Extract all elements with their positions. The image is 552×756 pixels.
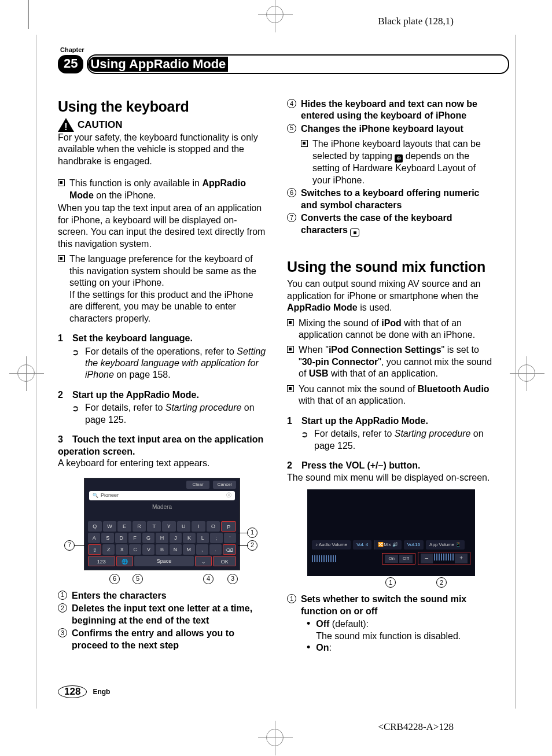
soundmix-screenshot: ♪ Audio Volume Vol. 4 🔀Mix 🔊 Vol.16 App … bbox=[307, 489, 475, 576]
page-footer: 128 Engb bbox=[58, 685, 110, 698]
legend-3: Confirms the entry and allows you to pro… bbox=[72, 628, 266, 651]
section-title: Using AppRadio Mode bbox=[88, 57, 228, 72]
mix-callout-2: 2 bbox=[436, 577, 447, 588]
legend-num-2: 2 bbox=[58, 603, 67, 613]
end-mark-icon bbox=[350, 228, 359, 237]
chapter-number: 25 bbox=[58, 55, 83, 73]
keyboard-screenshot: Clear Cancel Pioneerⓧ Madera QWERTYUIOP … bbox=[78, 478, 246, 570]
audio-slider bbox=[312, 555, 337, 562]
mix-off-option: Off (default):The sound mix function is … bbox=[307, 618, 495, 642]
legend-7: Converts the case of the keyboard charac… bbox=[301, 212, 495, 237]
note-language: The language preference for the keyboard… bbox=[69, 253, 266, 324]
kb-cancel-button: Cancel bbox=[213, 481, 236, 489]
soundmix-heading: Using the sound mix function bbox=[287, 257, 495, 276]
ref-arrow-icon: ➲ bbox=[72, 346, 79, 381]
legend-num-1: 1 bbox=[58, 591, 67, 600]
page-number: 128 bbox=[58, 685, 87, 698]
section-title-pill: Using AppRadio Mode bbox=[87, 54, 509, 74]
legend-6: Switches to a keyboard offering numeric … bbox=[301, 187, 495, 211]
kb-row-2: ASDFGHJKL;' bbox=[88, 533, 236, 543]
globe-icon: ⊕ bbox=[395, 154, 403, 163]
soundmix-paragraph: You can output sound mixing AV source an… bbox=[287, 278, 495, 314]
legend-num-3: 3 bbox=[58, 628, 67, 637]
mix-step-1-ref: For details, refer to Starting procedure… bbox=[314, 428, 495, 452]
callout-2: 2 bbox=[247, 540, 257, 551]
note-bullet-icon bbox=[301, 140, 308, 147]
app-volume-label: App Volume 📱 bbox=[426, 540, 465, 550]
mix-step-1-title: Start up the AppRadio Mode. bbox=[301, 416, 428, 426]
app-volume-control: –+ bbox=[418, 552, 470, 565]
step-2-title: Start up the AppRadio Mode. bbox=[72, 390, 199, 400]
step-3-num: 3 bbox=[58, 434, 63, 444]
mix-label: 🔀Mix 🔊 bbox=[374, 540, 402, 550]
ref-arrow-icon: ➲ bbox=[72, 403, 79, 426]
mix-callout-1: 1 bbox=[385, 577, 396, 588]
legend-5: Changes the iPhone keyboard layout bbox=[301, 123, 495, 135]
step-1-title: Set the keyboard language. bbox=[72, 333, 193, 343]
legend-5-note: The iPhone keyboard layouts that can be … bbox=[312, 138, 495, 186]
step-3-title: Touch the text input area on the applica… bbox=[58, 434, 263, 456]
kb-row-3: ⇧ZXCVBNM,.⌫ bbox=[88, 544, 236, 555]
lang-code: Engb bbox=[93, 688, 110, 696]
ref-arrow-icon: ➲ bbox=[301, 429, 308, 452]
caution-icon: ! bbox=[58, 118, 74, 132]
caution-paragraph: For your safety, the keyboard functional… bbox=[58, 132, 266, 167]
note-ipod-mix: Mixing the sound of iPod with that of an… bbox=[299, 318, 495, 341]
document-code: <CRB4228-A>128 bbox=[378, 721, 454, 733]
callout-3: 3 bbox=[227, 574, 238, 584]
callout-1: 1 bbox=[247, 528, 257, 538]
callout-4: 4 bbox=[203, 574, 214, 584]
legend-1: Enters the characters bbox=[72, 590, 266, 602]
legend-num-6: 6 bbox=[287, 188, 296, 197]
black-plate: Black plate (128,1) bbox=[378, 16, 454, 27]
kb-clear-button: Clear bbox=[186, 481, 209, 489]
kb-search-field: Pioneerⓧ bbox=[89, 491, 235, 500]
legend-num-4: 4 bbox=[287, 99, 296, 108]
mix-on-option: On: bbox=[307, 642, 495, 654]
step-1-num: 1 bbox=[58, 333, 63, 343]
note-bluetooth: You cannot mix the sound of Bluetooth Au… bbox=[299, 383, 495, 407]
keyboard-heading: Using the keyboard bbox=[58, 97, 266, 116]
left-column: Using the keyboard ! CAUTION For your sa… bbox=[58, 97, 266, 654]
mix-step-2-num: 2 bbox=[287, 460, 292, 470]
step-2-num: 2 bbox=[58, 390, 63, 400]
kb-row-1: QWERTYUIOP bbox=[88, 521, 236, 532]
step-3-paragraph: A keyboard for entering text appears. bbox=[58, 458, 266, 469]
legend-2: Deletes the input text one letter at a t… bbox=[72, 603, 266, 626]
chapter-label: Chapter bbox=[60, 46, 509, 53]
keyboard-paragraph: When you tap the text input area of an a… bbox=[58, 202, 266, 250]
mix-step-2-paragraph: The sound mix menu will be displayed on-… bbox=[287, 472, 495, 484]
mix-step-1-num: 1 bbox=[287, 416, 292, 426]
mix-legend-1: Sets whether to switch the sound mix fun… bbox=[301, 593, 495, 617]
note-bullet-icon bbox=[58, 255, 65, 262]
mix-step-2-title: Press the VOL (+/–) button. bbox=[301, 460, 421, 470]
audio-volume-value: Vol. 4 bbox=[353, 540, 371, 550]
mix-onoff-toggle: OnOff bbox=[382, 553, 415, 565]
legend-num-5: 5 bbox=[287, 124, 296, 133]
note-bullet-icon bbox=[58, 179, 65, 186]
right-column: 4Hides the keyboard and text can now be … bbox=[287, 97, 495, 654]
kb-row-4: 123 🌐 Space ⌄ OK bbox=[88, 556, 236, 566]
note-bullet-icon bbox=[287, 319, 294, 326]
kb-suggestion: Madera bbox=[84, 504, 240, 511]
step-2-ref: For details, refer to Starting procedure… bbox=[85, 402, 266, 426]
callout-5: 5 bbox=[133, 574, 143, 584]
header-row: 25 Using AppRadio Mode bbox=[58, 54, 509, 74]
callout-6: 6 bbox=[109, 574, 120, 584]
legend-num-7: 7 bbox=[287, 213, 296, 222]
mix-legend-num-1: 1 bbox=[287, 594, 296, 603]
note-bullet-icon bbox=[287, 385, 294, 392]
note-30pin: When "iPod Connection Settings" is set t… bbox=[299, 344, 495, 379]
caution-label: CAUTION bbox=[78, 119, 122, 131]
note-bullet-icon bbox=[287, 346, 294, 353]
audio-volume-label: ♪ Audio Volume bbox=[312, 540, 351, 550]
legend-4: Hides the keyboard and text can now be e… bbox=[301, 98, 495, 122]
note-appradio: This function is only available in AppRa… bbox=[69, 178, 266, 201]
app-volume-value: Vol.16 bbox=[404, 540, 424, 550]
step-1-ref: For details of the operations, refer to … bbox=[85, 346, 266, 381]
callout-7: 7 bbox=[64, 540, 75, 551]
